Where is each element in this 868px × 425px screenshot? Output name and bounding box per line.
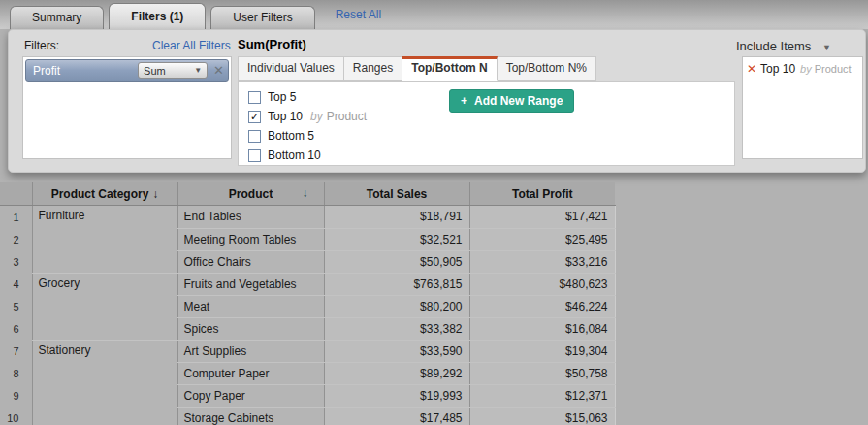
option-row-bottom-10[interactable]: Bottom 10 [248, 147, 321, 163]
column-header-label: Total Profit [512, 187, 572, 201]
aggregation-value: Sum [144, 65, 166, 77]
category-cell: Stationery [32, 340, 177, 425]
tab-summary[interactable]: Summary [10, 6, 104, 29]
column-header-total-profit[interactable]: Total Profit [469, 182, 615, 206]
sort-desc-icon[interactable]: ↓ [303, 186, 308, 200]
product-cell: Meeting Room Tables [177, 228, 324, 250]
worksheet-tab-bar: Summary Filters (1) User Filters Reset A… [0, 0, 868, 29]
tab-filters[interactable]: Filters (1) [109, 3, 206, 29]
row-number: 6 [0, 317, 32, 340]
product-cell: End Tables [177, 206, 324, 229]
category-cell: Furniture [32, 206, 177, 274]
included-item-top-10: ✕ Top 10 by Product [747, 62, 858, 76]
product-cell: Art Supplies [177, 340, 324, 362]
table-row: 1 Furniture End Tables $18,791 $17,421 [0, 206, 615, 229]
filter-pill-profit[interactable]: Profit Sum ▼ ✕ [25, 59, 229, 82]
table-header-row: Product Category↓ Product↓ Total Sales T… [0, 182, 615, 206]
row-number: 2 [0, 228, 32, 250]
option-row-top-10[interactable]: ✓ Top 10 by Product [248, 109, 367, 124]
product-cell: Spices [177, 317, 324, 340]
row-number: 1 [0, 206, 32, 229]
column-header-product[interactable]: Product↓ [177, 182, 324, 206]
option-checkbox-2[interactable] [248, 130, 261, 143]
profit-cell: $50,758 [469, 362, 615, 384]
sales-cell: $19,993 [324, 384, 469, 407]
row-number: 5 [0, 295, 32, 317]
row-number: 10 [0, 407, 32, 425]
column-header-label: Product [229, 187, 273, 201]
option-by-value: Product [327, 110, 367, 123]
profit-cell: $33,216 [469, 250, 615, 273]
row-number: 7 [0, 340, 32, 362]
plus-icon: + [461, 94, 467, 108]
option-row-top-5[interactable]: Top 5 [248, 89, 296, 105]
sort-desc-icon[interactable]: ↓ [152, 187, 158, 201]
sales-cell: $89,292 [324, 362, 469, 384]
column-header-label: Total Sales [367, 187, 427, 201]
sales-cell: $17,485 [324, 407, 469, 425]
clear-all-filters-link[interactable]: Clear All Filters [152, 39, 231, 52]
row-number: 3 [0, 250, 32, 273]
tab-ranges[interactable]: Ranges [343, 56, 402, 81]
product-cell: Copy Paper [177, 384, 324, 407]
option-checkbox-3[interactable] [248, 149, 261, 162]
option-checkbox-1[interactable]: ✓ [248, 111, 261, 123]
option-label: Bottom 10 [268, 148, 321, 162]
top-bottom-n-content: Top 5 ✓ Top 10 by Product Bottom 5 Botto… [238, 81, 735, 166]
chevron-down-icon: ▼ [194, 66, 202, 75]
sales-cell: $33,590 [324, 340, 469, 362]
profit-cell: $25,495 [469, 228, 615, 250]
filter-panel: Filters: Clear All Filters Profit Sum ▼ … [8, 29, 866, 173]
product-cell: Computer Paper [177, 362, 324, 384]
option-checkbox-0[interactable] [248, 91, 261, 104]
option-label: Top 5 [268, 90, 296, 104]
table-row: 4 Grocery Fruits and Vegetables $763,815… [0, 273, 615, 295]
tab-top-bottom-n[interactable]: Top/Bottom N [402, 56, 497, 81]
sales-cell: $32,521 [324, 228, 469, 250]
product-cell: Storage Cabinets [177, 407, 324, 425]
column-header-total-sales[interactable]: Total Sales [324, 182, 469, 206]
column-header-label: Product Category [51, 187, 149, 201]
category-cell: Grocery [32, 273, 177, 340]
sales-cell: $18,791 [324, 206, 469, 229]
remove-item-icon[interactable]: ✕ [747, 62, 756, 76]
add-new-range-label: Add New Range [474, 94, 563, 108]
option-label: Bottom 5 [268, 129, 314, 143]
profit-cell: $15,063 [469, 407, 615, 425]
filter-mode-tabs: Individual Values Ranges Top/Bottom N To… [238, 56, 595, 81]
sales-cell: $763,815 [324, 273, 469, 295]
include-items-label: Include Items [736, 39, 811, 53]
option-by-label: by [310, 110, 323, 123]
row-number: 8 [0, 362, 32, 384]
profit-cell: $46,224 [469, 295, 615, 317]
remove-filter-icon[interactable]: ✕ [213, 63, 224, 78]
row-number-header [0, 182, 32, 206]
included-item-by-label: by [800, 63, 812, 75]
tab-individual-values[interactable]: Individual Values [238, 56, 344, 81]
option-label: Top 10 [268, 110, 303, 123]
table-row: 7 Stationery Art Supplies $33,590 $19,30… [0, 340, 615, 362]
column-header-product-category[interactable]: Product Category↓ [32, 182, 177, 206]
profit-cell: $480,623 [469, 273, 615, 295]
tab-user-filters[interactable]: User Filters [210, 6, 314, 29]
row-number: 4 [0, 273, 32, 295]
profit-cell: $16,084 [469, 317, 615, 340]
profit-cell: $19,304 [469, 340, 615, 362]
included-item-by-value: Product [815, 63, 852, 75]
sales-cell: $50,905 [324, 250, 469, 273]
product-cell: Fruits and Vegetables [177, 273, 324, 295]
include-items-dropdown[interactable]: Include Items ▼ [736, 39, 831, 53]
profit-cell: $12,371 [469, 384, 615, 407]
results-table: Product Category↓ Product↓ Total Sales T… [0, 182, 616, 425]
profit-cell: $17,421 [469, 206, 615, 229]
reset-all-link[interactable]: Reset All [336, 8, 381, 21]
filters-label: Filters: [24, 39, 59, 52]
product-cell: Meat [177, 295, 324, 317]
included-items-list: ✕ Top 10 by Product [742, 56, 863, 159]
tab-top-bottom-n-pct[interactable]: Top/Bottom N% [497, 56, 596, 81]
sales-cell: $80,200 [324, 295, 469, 317]
add-new-range-button[interactable]: +Add New Range [449, 89, 574, 113]
aggregation-dropdown[interactable]: Sum ▼ [138, 62, 208, 79]
filter-detail-title: Sum(Profit) [238, 37, 306, 51]
option-row-bottom-5[interactable]: Bottom 5 [248, 128, 314, 144]
